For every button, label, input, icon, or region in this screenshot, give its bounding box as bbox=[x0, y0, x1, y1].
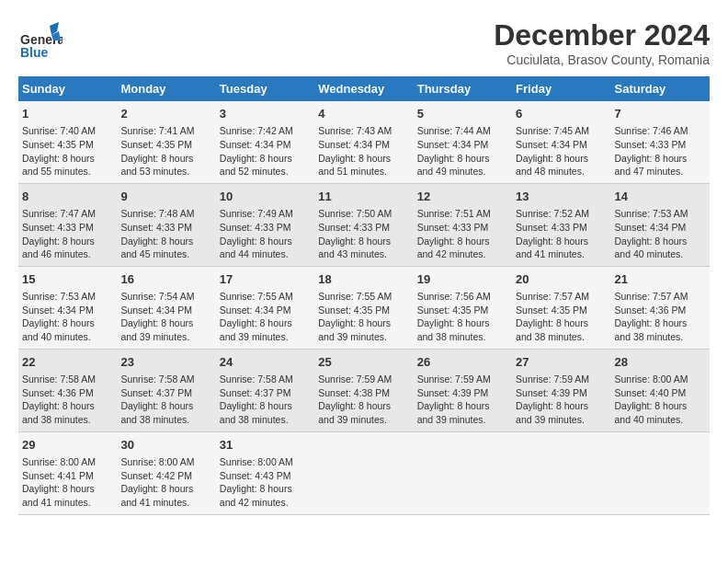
calendar-cell: 12Sunrise: 7:51 AMSunset: 4:33 PMDayligh… bbox=[414, 183, 512, 266]
cell-info: Sunset: 4:33 PM bbox=[220, 221, 311, 235]
cell-info: Sunset: 4:33 PM bbox=[615, 138, 706, 152]
cell-info: Daylight: 8 hours bbox=[220, 316, 311, 330]
day-number: 18 bbox=[318, 271, 409, 288]
cell-info: Daylight: 8 hours bbox=[417, 235, 508, 248]
calendar-cell: 1Sunrise: 7:40 AMSunset: 4:35 PMDaylight… bbox=[18, 101, 117, 183]
day-number: 6 bbox=[516, 106, 607, 122]
calendar-table: SundayMondayTuesdayWednesdayThursdayFrid… bbox=[18, 76, 710, 515]
day-number: 17 bbox=[220, 271, 311, 288]
calendar-cell: 29Sunrise: 8:00 AMSunset: 4:41 PMDayligh… bbox=[18, 431, 117, 514]
svg-text:Blue: Blue bbox=[20, 45, 49, 60]
cell-info: Sunrise: 7:53 AM bbox=[22, 290, 113, 304]
day-number: 5 bbox=[417, 106, 508, 122]
cell-info: Sunset: 4:36 PM bbox=[22, 386, 113, 400]
day-number: 28 bbox=[615, 354, 706, 371]
cell-info: Sunrise: 7:57 AM bbox=[615, 290, 706, 304]
cell-info: Daylight: 8 hours bbox=[120, 399, 211, 413]
page-header: General Blue December 2024 Cuciulata, Br… bbox=[18, 18, 710, 67]
calendar-cell: 21Sunrise: 7:57 AMSunset: 4:36 PMDayligh… bbox=[611, 266, 710, 349]
cell-info: Daylight: 8 hours bbox=[615, 399, 706, 413]
day-number: 21 bbox=[615, 271, 706, 288]
cell-info: and 49 minutes. bbox=[417, 165, 508, 178]
column-header-tuesday: Tuesday bbox=[216, 76, 314, 101]
cell-info: Daylight: 8 hours bbox=[220, 152, 311, 166]
cell-info: Daylight: 8 hours bbox=[417, 152, 508, 166]
cell-info: Daylight: 8 hours bbox=[615, 235, 706, 248]
week-row-2: 8Sunrise: 7:47 AMSunset: 4:33 PMDaylight… bbox=[18, 183, 710, 266]
cell-info: Sunrise: 7:42 AM bbox=[220, 124, 311, 138]
cell-info: and 42 minutes. bbox=[220, 496, 311, 510]
cell-info: Sunset: 4:34 PM bbox=[318, 138, 409, 152]
cell-info: Sunrise: 7:41 AM bbox=[120, 124, 211, 138]
cell-info: Sunrise: 7:47 AM bbox=[22, 207, 113, 221]
main-title: December 2024 bbox=[494, 18, 710, 52]
calendar-cell: 7Sunrise: 7:46 AMSunset: 4:33 PMDaylight… bbox=[611, 101, 710, 183]
day-number: 4 bbox=[318, 106, 409, 122]
cell-info: and 40 minutes. bbox=[22, 330, 113, 344]
cell-info: and 41 minutes. bbox=[516, 247, 607, 261]
cell-info: Sunset: 4:35 PM bbox=[318, 304, 409, 317]
cell-info: Sunset: 4:37 PM bbox=[120, 386, 211, 400]
cell-info: Daylight: 8 hours bbox=[22, 399, 113, 413]
cell-info: Sunrise: 7:49 AM bbox=[220, 207, 311, 221]
day-number: 23 bbox=[120, 354, 211, 371]
day-number: 30 bbox=[120, 437, 211, 454]
cell-info: Sunset: 4:43 PM bbox=[220, 469, 311, 483]
day-number: 9 bbox=[120, 189, 211, 205]
cell-info: and 39 minutes. bbox=[318, 330, 409, 344]
day-number: 25 bbox=[318, 354, 409, 371]
cell-info: and 40 minutes. bbox=[615, 247, 706, 261]
cell-info: Sunset: 4:36 PM bbox=[615, 304, 706, 317]
cell-info: Sunrise: 7:59 AM bbox=[318, 373, 409, 386]
day-number: 29 bbox=[22, 437, 113, 454]
week-row-3: 15Sunrise: 7:53 AMSunset: 4:34 PMDayligh… bbox=[18, 266, 710, 349]
cell-info: Sunset: 4:42 PM bbox=[120, 469, 211, 483]
cell-info: Daylight: 8 hours bbox=[516, 316, 607, 330]
calendar-cell: 22Sunrise: 7:58 AMSunset: 4:36 PMDayligh… bbox=[18, 349, 117, 431]
calendar-cell: 31Sunrise: 8:00 AMSunset: 4:43 PMDayligh… bbox=[216, 431, 314, 514]
cell-info: Daylight: 8 hours bbox=[220, 482, 311, 496]
column-header-sunday: Sunday bbox=[18, 76, 117, 101]
cell-info: and 38 minutes. bbox=[516, 330, 607, 344]
cell-info: Sunset: 4:39 PM bbox=[417, 386, 508, 400]
cell-info: Sunset: 4:33 PM bbox=[417, 221, 508, 235]
day-number: 12 bbox=[417, 189, 508, 205]
cell-info: Daylight: 8 hours bbox=[417, 316, 508, 330]
cell-info: Sunset: 4:35 PM bbox=[516, 304, 607, 317]
cell-info: and 39 minutes. bbox=[220, 330, 311, 344]
cell-info: and 38 minutes. bbox=[615, 330, 706, 344]
cell-info: Sunrise: 7:45 AM bbox=[516, 124, 607, 138]
cell-info: Sunset: 4:33 PM bbox=[120, 221, 211, 235]
calendar-cell: 6Sunrise: 7:45 AMSunset: 4:34 PMDaylight… bbox=[512, 101, 610, 183]
cell-info: Daylight: 8 hours bbox=[22, 482, 113, 496]
day-number: 10 bbox=[220, 189, 311, 205]
cell-info: Daylight: 8 hours bbox=[318, 152, 409, 166]
cell-info: Sunset: 4:33 PM bbox=[22, 221, 113, 235]
cell-info: and 39 minutes. bbox=[318, 413, 409, 427]
cell-info: Daylight: 8 hours bbox=[22, 316, 113, 330]
cell-info: Sunrise: 7:55 AM bbox=[318, 290, 409, 304]
cell-info: Sunset: 4:37 PM bbox=[220, 386, 311, 400]
calendar-cell: 17Sunrise: 7:55 AMSunset: 4:34 PMDayligh… bbox=[216, 266, 314, 349]
cell-info: Sunset: 4:34 PM bbox=[516, 138, 607, 152]
cell-info: and 38 minutes. bbox=[220, 413, 311, 427]
calendar-cell: 19Sunrise: 7:56 AMSunset: 4:35 PMDayligh… bbox=[414, 266, 512, 349]
calendar-cell: 20Sunrise: 7:57 AMSunset: 4:35 PMDayligh… bbox=[512, 266, 610, 349]
cell-info: Sunrise: 7:55 AM bbox=[220, 290, 311, 304]
cell-info: Sunset: 4:39 PM bbox=[516, 386, 607, 400]
cell-info: and 48 minutes. bbox=[516, 165, 607, 178]
cell-info: Sunrise: 7:50 AM bbox=[318, 207, 409, 221]
week-row-5: 29Sunrise: 8:00 AMSunset: 4:41 PMDayligh… bbox=[18, 431, 710, 514]
cell-info: and 38 minutes. bbox=[417, 330, 508, 344]
cell-info: and 44 minutes. bbox=[220, 247, 311, 261]
column-header-monday: Monday bbox=[117, 76, 215, 101]
day-number: 24 bbox=[220, 354, 311, 371]
calendar-cell: 27Sunrise: 7:59 AMSunset: 4:39 PMDayligh… bbox=[512, 349, 610, 431]
title-block: December 2024 Cuciulata, Brasov County, … bbox=[494, 18, 710, 67]
cell-info: Sunrise: 7:58 AM bbox=[120, 373, 211, 386]
cell-info: Sunrise: 7:58 AM bbox=[220, 373, 311, 386]
cell-info: Sunset: 4:34 PM bbox=[120, 304, 211, 317]
cell-info: Daylight: 8 hours bbox=[120, 482, 211, 496]
cell-info: Sunset: 4:41 PM bbox=[22, 469, 113, 483]
cell-info: Daylight: 8 hours bbox=[120, 316, 211, 330]
